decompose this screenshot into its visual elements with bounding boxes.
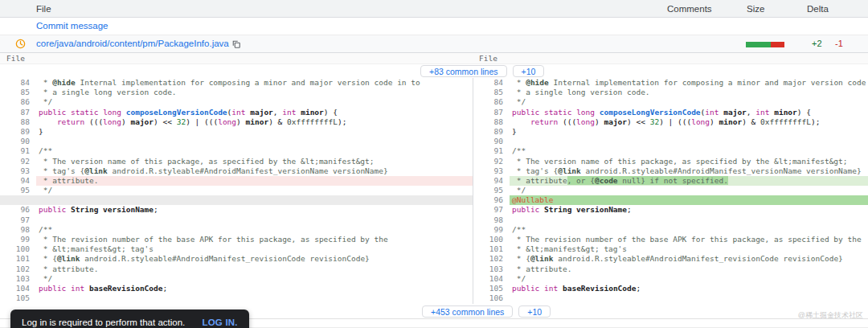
commit-message-row[interactable]: Commit message	[0, 18, 868, 35]
code-content[interactable]: * @hide Internal implementation for comp…	[36, 78, 473, 88]
code-content[interactable]: * attribute.	[510, 264, 868, 274]
code-content[interactable]: }	[36, 127, 473, 137]
code-content[interactable]: /**	[36, 146, 473, 156]
line-number[interactable]: 102	[473, 254, 510, 264]
code-content[interactable]: * The revision number of the base APK fo…	[510, 235, 868, 244]
file-path-link[interactable]: core/java/android/content/pm/PackageInfo…	[36, 39, 229, 48]
line-number[interactable]: 103	[473, 264, 510, 274]
commit-message-link[interactable]: Commit message	[36, 21, 108, 31]
code-content[interactable]: * attribute.	[36, 264, 473, 274]
line-number[interactable]: 104	[473, 274, 510, 284]
code-content[interactable]	[36, 137, 473, 146]
code-content[interactable]: public String versionName;	[36, 205, 473, 215]
code-content[interactable]	[36, 293, 473, 303]
line-number[interactable]: 89	[473, 127, 510, 137]
line-number[interactable]: 91	[0, 146, 36, 156]
line-number[interactable]: 84	[0, 78, 36, 88]
line-number[interactable]: 84	[473, 78, 510, 88]
code-content[interactable]: */	[36, 97, 473, 107]
code-content[interactable]: * {@link android.R.styleable#AndroidMani…	[36, 254, 473, 264]
code-content[interactable]: * The version name of this package, as s…	[510, 157, 868, 166]
line-number[interactable]: 102	[0, 264, 36, 274]
copy-icon[interactable]	[231, 39, 241, 49]
code-content[interactable]: /**	[510, 146, 868, 156]
line-number[interactable]: 91	[473, 146, 510, 156]
code-content[interactable]: /**	[36, 225, 473, 235]
code-content[interactable]: public static long composeLongVersionCod…	[510, 108, 868, 117]
expand-more-bottom-button[interactable]: +10	[518, 305, 551, 318]
line-number[interactable]: 101	[0, 254, 36, 264]
code-content[interactable]	[510, 215, 868, 225]
expand-more-top-button[interactable]: +10	[513, 65, 545, 77]
line-number[interactable]: 89	[0, 127, 36, 137]
code-content[interactable]: * {@link android.R.styleable#AndroidMani…	[510, 254, 868, 264]
code-content[interactable]: public static long composeLongVersionCod…	[36, 108, 473, 117]
code-content[interactable]: public String versionName;	[510, 205, 868, 215]
code-content[interactable]	[510, 293, 868, 303]
code-content[interactable]: */	[510, 97, 868, 107]
code-content[interactable]: * The version name of this package, as s…	[36, 157, 473, 166]
toast-login-button[interactable]: LOG IN.	[202, 318, 237, 327]
line-number[interactable]: 97	[473, 205, 510, 215]
code-content[interactable]: * a single long version code.	[36, 88, 473, 97]
line-number[interactable]: 95	[473, 186, 510, 195]
code-content[interactable]: * tag's {@link android.R.styleable#Andro…	[36, 166, 473, 176]
line-number[interactable]: 97	[0, 215, 36, 225]
line-number[interactable]: 95	[0, 186, 36, 195]
expand-common-bottom-button[interactable]: +453 common lines	[422, 305, 513, 318]
line-number[interactable]: 86	[473, 97, 510, 107]
line-number[interactable]: 105	[473, 284, 510, 293]
code-content[interactable]: * @hide Internal implementation for comp…	[510, 78, 868, 88]
line-number[interactable]: 100	[473, 235, 510, 244]
line-number[interactable]: 92	[0, 157, 36, 166]
file-row[interactable]: core/java/android/content/pm/PackageInfo…	[0, 35, 868, 53]
line-number[interactable]: 103	[0, 274, 36, 284]
line-number[interactable]: 101	[473, 244, 510, 254]
line-number[interactable]: 90	[473, 137, 510, 146]
line-number[interactable]: 99	[473, 225, 510, 235]
line-number[interactable]: 93	[473, 166, 510, 176]
code-content[interactable]: /**	[510, 225, 868, 235]
code-content[interactable]: * &lt;manifest&gt; tag's	[510, 244, 868, 254]
line-number[interactable]: 87	[0, 108, 36, 117]
code-content[interactable]: * attribute.	[36, 176, 473, 186]
code-content[interactable]: * a single long version code.	[510, 88, 868, 97]
line-number[interactable]: 85	[0, 88, 36, 97]
code-content[interactable]: * attribute, or {@code null} if not spec…	[510, 176, 868, 186]
line-number[interactable]: 94	[473, 176, 510, 186]
line-number[interactable]: 106	[473, 293, 510, 303]
code-content[interactable]: @Nullable	[510, 195, 868, 205]
line-number[interactable]: 88	[473, 117, 510, 127]
line-number[interactable]: 105	[0, 293, 36, 303]
expand-common-top-button[interactable]: +83 common lines	[420, 65, 507, 77]
line-number[interactable]: 92	[473, 157, 510, 166]
line-number[interactable]: 90	[0, 137, 36, 146]
line-number[interactable]: 99	[0, 235, 36, 244]
line-number[interactable]: 104	[0, 284, 36, 293]
line-number[interactable]: 98	[473, 215, 510, 225]
code-content[interactable]: return (((long) major) << 32) | (((long)…	[510, 117, 868, 127]
code-content[interactable]: * tag's {@link android.R.styleable#Andro…	[510, 166, 868, 176]
code-content[interactable]: return (((long) major) << 32) | (((long)…	[36, 117, 473, 127]
line-number[interactable]: 87	[473, 108, 510, 117]
code-content[interactable]	[36, 215, 473, 225]
line-number[interactable]: 86	[0, 97, 36, 107]
code-content[interactable]: public int baseRevisionCode;	[36, 284, 473, 293]
line-number[interactable]: 100	[0, 244, 36, 254]
line-number[interactable]: 96	[473, 195, 510, 205]
code-content[interactable]: */	[510, 274, 868, 284]
line-number[interactable]: 96	[0, 205, 36, 215]
code-content[interactable]: */	[36, 186, 473, 195]
line-number[interactable]: 85	[473, 88, 510, 97]
code-content[interactable]: public int baseRevisionCode;	[510, 284, 868, 293]
code-content[interactable]: */	[510, 186, 868, 195]
line-number[interactable]: 93	[0, 166, 36, 176]
line-number[interactable]: 88	[0, 117, 36, 127]
code-content[interactable]: }	[510, 127, 868, 137]
line-number[interactable]: 98	[0, 225, 36, 235]
code-content[interactable]: */	[36, 274, 473, 284]
code-content[interactable]	[510, 137, 868, 146]
code-content[interactable]: * &lt;manifest&gt; tag's	[36, 244, 473, 254]
code-content[interactable]: * The revision number of the base APK fo…	[36, 235, 473, 244]
line-number[interactable]: 94	[0, 176, 36, 186]
